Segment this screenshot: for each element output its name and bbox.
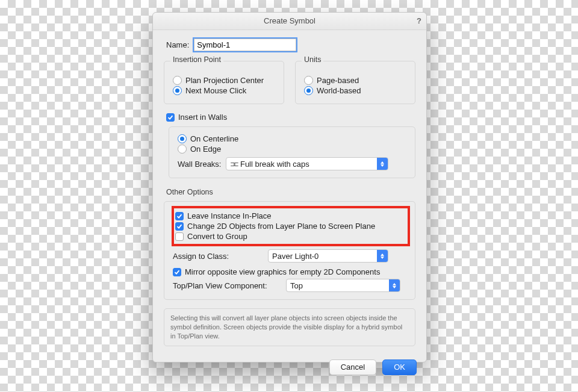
radio-label: Page-based xyxy=(317,76,359,85)
radio-icon xyxy=(178,145,187,154)
dialog-titlebar: Create Symbol ? xyxy=(153,13,426,30)
other-options-title: Other Options xyxy=(166,188,415,196)
units-title: Units xyxy=(302,55,323,64)
insertion-next-click-radio[interactable]: Next Mouse Click xyxy=(173,86,275,95)
insertion-plan-radio[interactable]: Plan Projection Center xyxy=(173,76,275,85)
other-options-group: Leave Instance In-Place Change 2D Object… xyxy=(164,201,415,300)
select-value: Paver Light-0 xyxy=(272,252,319,261)
ok-button[interactable]: OK xyxy=(382,359,417,375)
wall-centerline-radio[interactable]: On Centerline xyxy=(178,134,406,143)
dialog-footer: Cancel OK xyxy=(153,353,426,384)
checkbox-label: Leave Instance In-Place xyxy=(187,211,271,220)
top-plan-label: Top/Plan View Component: xyxy=(173,281,281,290)
checkbox-icon xyxy=(175,232,184,241)
radio-label: On Edge xyxy=(190,145,221,154)
change-2d-checkbox[interactable]: Change 2D Objects from Layer Plane to Sc… xyxy=(175,222,404,231)
chevron-updown-icon xyxy=(377,250,388,262)
radio-label: On Centerline xyxy=(190,134,238,143)
wall-breaks-icon: ⊐⊏ xyxy=(230,160,237,169)
radio-icon xyxy=(178,134,187,143)
insertion-point-title: Insertion Point xyxy=(170,55,223,64)
select-value: Full break with caps xyxy=(240,160,309,169)
checkbox-label: Mirror opposite view graphics for empty … xyxy=(185,267,380,276)
name-label: Name: xyxy=(166,40,189,49)
radio-label: World-based xyxy=(317,86,361,95)
button-label: OK xyxy=(394,362,405,372)
select-value: Top xyxy=(290,281,303,290)
convert-to-group-checkbox[interactable]: Convert to Group xyxy=(175,232,404,241)
symbol-name-input[interactable] xyxy=(194,39,296,51)
top-plan-select[interactable]: Top xyxy=(286,279,400,292)
dialog-title: Create Symbol xyxy=(264,16,315,25)
checkbox-icon xyxy=(175,222,184,231)
chevron-updown-icon xyxy=(377,158,388,170)
assign-class-label: Assign to Class: xyxy=(173,252,263,261)
checkbox-icon xyxy=(166,113,175,122)
cancel-button[interactable]: Cancel xyxy=(329,359,376,375)
checkbox-icon xyxy=(173,268,181,276)
leave-instance-checkbox[interactable]: Leave Instance In-Place xyxy=(175,211,404,220)
radio-label: Next Mouse Click xyxy=(185,86,246,95)
wall-breaks-select[interactable]: ⊐⊏Full break with caps xyxy=(226,157,388,170)
units-group: Units Page-based World-based xyxy=(295,61,415,104)
radio-icon xyxy=(173,86,182,95)
units-world-radio[interactable]: World-based xyxy=(304,86,406,95)
units-page-radio[interactable]: Page-based xyxy=(304,76,406,85)
radio-icon xyxy=(304,86,313,95)
radio-icon xyxy=(304,76,313,85)
radio-icon xyxy=(173,76,182,85)
checkbox-icon xyxy=(175,212,184,220)
create-symbol-dialog: Create Symbol ? Name: Insertion Point Pl… xyxy=(152,12,427,362)
help-button[interactable]: ? xyxy=(417,13,421,30)
assign-class-select[interactable]: Paver Light-0 xyxy=(268,249,388,263)
button-label: Cancel xyxy=(341,362,365,372)
info-text: Selecting this will convert all layer pl… xyxy=(164,308,415,346)
mirror-checkbox[interactable]: Mirror opposite view graphics for empty … xyxy=(173,267,406,276)
wall-edge-radio[interactable]: On Edge xyxy=(178,145,406,154)
checkbox-label: Convert to Group xyxy=(187,232,247,241)
insertion-point-group: Insertion Point Plan Projection Center N… xyxy=(164,61,284,104)
radio-label: Plan Projection Center xyxy=(185,76,264,85)
checkbox-label: Insert in Walls xyxy=(178,113,227,122)
wall-breaks-label: Wall Breaks: xyxy=(178,160,221,169)
insert-in-walls-subgroup: On Centerline On Edge Wall Breaks: ⊐⊏Ful… xyxy=(169,126,415,178)
chevron-updown-icon xyxy=(389,279,400,291)
checkbox-label: Change 2D Objects from Layer Plane to Sc… xyxy=(187,222,375,231)
highlight-box: Leave Instance In-Place Change 2D Object… xyxy=(172,206,410,246)
insert-in-walls-checkbox[interactable]: Insert in Walls xyxy=(166,113,415,122)
